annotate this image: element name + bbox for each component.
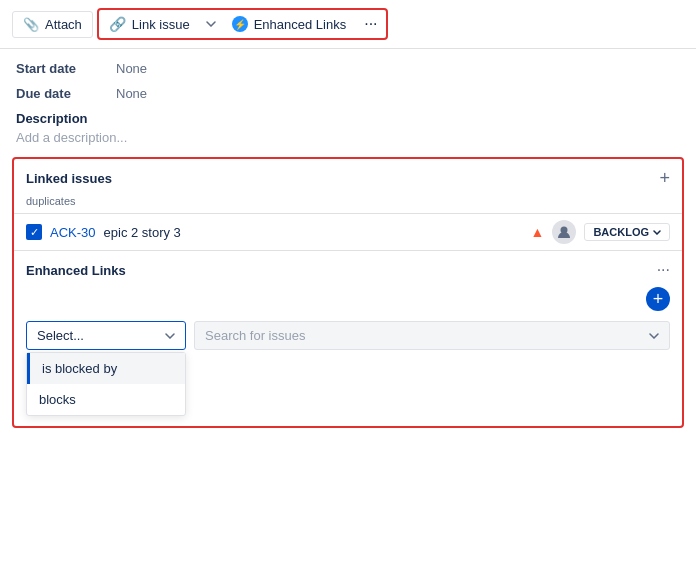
linked-enhanced-container: Linked issues + duplicates ✓ ACK-30 epic… xyxy=(12,157,684,428)
main-content: Linked issues + duplicates ✓ ACK-30 epic… xyxy=(0,157,696,440)
issue-right: ▲ BACKLOG xyxy=(531,220,670,244)
enhanced-links-icon: ⚡ xyxy=(232,16,248,32)
link-type-dropdown: is blocked by blocks xyxy=(26,352,186,416)
add-circle-row: + xyxy=(26,287,670,311)
start-date-row: Start date None xyxy=(16,61,680,76)
fields-section: Start date None Due date None Descriptio… xyxy=(0,49,696,157)
link-issue-group: 🔗 Link issue xyxy=(99,11,222,37)
more-dots-icon: ··· xyxy=(364,15,377,33)
link-issue-button[interactable]: 🔗 Link issue xyxy=(99,11,200,37)
linked-issues-section: Linked issues + duplicates ✓ ACK-30 epic… xyxy=(14,159,682,251)
description-label: Description xyxy=(16,111,680,126)
attach-label: Attach xyxy=(45,17,82,32)
select-chevron-icon xyxy=(165,333,175,339)
issue-checkbox: ✓ xyxy=(26,224,42,240)
search-placeholder: Search for issues xyxy=(205,328,305,343)
enhanced-links-button[interactable]: ⚡ Enhanced Links xyxy=(222,11,357,37)
description-placeholder[interactable]: Add a description... xyxy=(16,130,680,145)
due-date-value: None xyxy=(116,86,147,101)
issue-id[interactable]: ACK-30 xyxy=(50,225,96,240)
more-options-button[interactable]: ··· xyxy=(356,10,385,38)
option-blocks[interactable]: blocks xyxy=(27,384,185,415)
enhanced-links-header: Enhanced Links ··· xyxy=(26,261,670,279)
enhanced-links-section: Enhanced Links ··· + Select... Search fo… xyxy=(14,251,682,426)
priority-up-icon: ▲ xyxy=(531,224,545,240)
option-is-blocked-by[interactable]: is blocked by xyxy=(27,353,185,384)
add-enhanced-link-button[interactable]: + xyxy=(646,287,670,311)
description-section: Description Add a description... xyxy=(16,111,680,145)
svg-text:⚡: ⚡ xyxy=(234,18,247,31)
link-icon: 🔗 xyxy=(109,16,126,32)
checkmark-icon: ✓ xyxy=(30,226,39,239)
status-badge[interactable]: BACKLOG xyxy=(584,223,670,241)
issue-row: ✓ ACK-30 epic 2 story 3 ▲ BACKLOG xyxy=(14,213,682,251)
duplicates-label: duplicates xyxy=(14,195,682,213)
status-chevron-icon xyxy=(653,230,661,235)
status-label: BACKLOG xyxy=(593,226,649,238)
link-type-select[interactable]: Select... xyxy=(26,321,186,350)
assignee-avatar xyxy=(552,220,576,244)
enhanced-links-section-title: Enhanced Links xyxy=(26,263,126,278)
start-date-value: None xyxy=(116,61,147,76)
linked-issues-title: Linked issues xyxy=(26,171,112,186)
enhanced-links-label: Enhanced Links xyxy=(254,17,347,32)
linked-issues-header: Linked issues + xyxy=(14,159,682,195)
start-date-label: Start date xyxy=(16,61,116,76)
toolbar: 📎 Attach 🔗 Link issue ⚡ Enhanced Links xyxy=(0,0,696,49)
issue-left: ✓ ACK-30 epic 2 story 3 xyxy=(26,224,181,240)
chevron-down-icon xyxy=(206,21,216,27)
highlighted-toolbar-group: 🔗 Link issue ⚡ Enhanced Links ··· xyxy=(97,8,388,40)
issue-title: epic 2 story 3 xyxy=(104,225,181,240)
link-issue-dropdown-button[interactable] xyxy=(200,16,222,32)
due-date-label: Due date xyxy=(16,86,116,101)
search-issues-input[interactable]: Search for issues xyxy=(194,321,670,350)
attach-icon: 📎 xyxy=(23,17,39,32)
due-date-row: Due date None xyxy=(16,86,680,101)
add-linked-issue-button[interactable]: + xyxy=(659,169,670,187)
select-search-row: Select... Search for issues xyxy=(26,321,670,350)
link-issue-label: Link issue xyxy=(132,17,190,32)
select-placeholder: Select... xyxy=(37,328,84,343)
enhanced-links-more-button[interactable]: ··· xyxy=(657,261,670,279)
attach-button[interactable]: 📎 Attach xyxy=(12,11,93,38)
search-chevron-icon xyxy=(649,333,659,339)
